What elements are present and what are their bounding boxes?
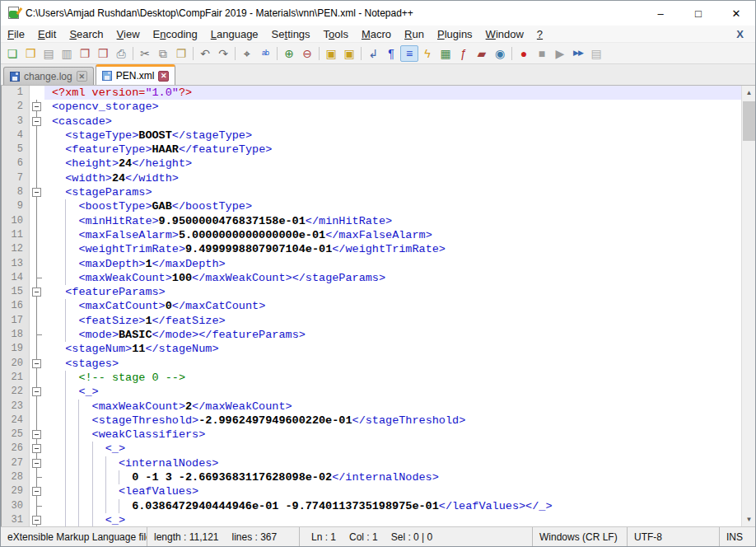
macro-stop-icon[interactable]: ■ <box>533 45 551 62</box>
code-line[interactable]: 5<featureType>HAAR</featureType> <box>2 143 741 157</box>
menu-search[interactable]: Search <box>63 26 110 42</box>
line-number[interactable]: 4 <box>2 129 30 143</box>
mdi-close-button[interactable]: X <box>733 28 747 40</box>
save-all-icon[interactable]: ▥ <box>58 45 76 62</box>
code-line[interactable]: 26<_> <box>2 442 741 456</box>
code-text[interactable]: 0 -1 3 -2.6693683117628098e-02</internal… <box>44 470 741 484</box>
new-file-icon[interactable]: ❏ <box>3 45 21 62</box>
code-line[interactable]: 16<maxCatCount>0</maxCatCount> <box>2 299 741 313</box>
menu-edit[interactable]: Edit <box>31 26 63 42</box>
status-cursor-position[interactable]: Ln : 1 Col : 1 Sel : 0 | 0 <box>300 527 533 546</box>
close-all-icon[interactable]: ❒ <box>94 45 112 62</box>
close-file-icon[interactable]: ❐ <box>76 45 94 62</box>
paste-icon[interactable]: ❐ <box>172 45 190 62</box>
code-text[interactable]: <!-- stage 0 --> <box>44 371 741 385</box>
fold-margin[interactable] <box>30 400 44 414</box>
undo-icon[interactable]: ↶ <box>196 45 214 62</box>
fold-margin[interactable] <box>30 157 44 171</box>
menu-help[interactable]: ? <box>530 26 549 42</box>
document-map-icon[interactable]: ▦ <box>436 45 455 62</box>
code-text[interactable]: <cascade> <box>44 115 741 129</box>
word-wrap-icon[interactable]: ↲ <box>364 45 382 62</box>
fold-margin[interactable] <box>30 357 44 371</box>
menu-language[interactable]: Language <box>204 26 265 42</box>
line-number[interactable]: 19 <box>2 342 30 356</box>
code-line[interactable]: 27<internalNodes> <box>2 456 741 470</box>
macro-save-icon[interactable]: ▤ <box>587 45 605 62</box>
line-number[interactable]: 20 <box>2 357 30 371</box>
code-text[interactable]: <stages> <box>44 357 741 371</box>
macro-run-multiple-icon[interactable]: ▶▶ <box>569 45 587 62</box>
scrollbar-thumb[interactable] <box>743 101 755 141</box>
fold-collapse-icon[interactable] <box>32 516 41 525</box>
status-eol-format[interactable]: Windows (CR LF) <box>533 527 628 546</box>
code-line[interactable]: 14<maxWeakCount>100</maxWeakCount></stag… <box>2 271 741 285</box>
fold-margin[interactable] <box>30 143 44 157</box>
fold-margin[interactable] <box>30 484 44 498</box>
code-text[interactable]: <maxCatCount>0</maxCatCount> <box>44 299 741 313</box>
fold-collapse-icon[interactable] <box>32 188 41 197</box>
code-line[interactable]: 280 -1 3 -2.6693683117628098e-02</intern… <box>2 470 741 484</box>
fold-collapse-icon[interactable] <box>32 459 41 468</box>
fold-margin[interactable] <box>30 199 44 213</box>
line-number[interactable]: 28 <box>2 470 30 484</box>
line-number[interactable]: 29 <box>2 484 30 498</box>
code-text[interactable]: <width>24</width> <box>44 171 741 185</box>
code-line[interactable]: 15<featureParams> <box>2 285 741 299</box>
maximize-button[interactable]: □ <box>679 1 717 26</box>
line-number[interactable]: 31 <box>2 513 30 526</box>
status-encoding[interactable]: UTF-8 <box>628 527 720 546</box>
fold-margin[interactable] <box>30 214 44 228</box>
code-line[interactable]: 19<stageNum>11</stageNum> <box>2 342 741 356</box>
close-button[interactable]: ✕ <box>717 1 755 26</box>
line-number[interactable]: 5 <box>2 143 30 157</box>
code-text[interactable]: <_> <box>44 385 741 399</box>
code-text[interactable]: <weakClassifiers> <box>44 428 741 442</box>
line-number[interactable]: 21 <box>2 371 30 385</box>
line-number[interactable]: 14 <box>2 271 30 285</box>
line-number[interactable]: 17 <box>2 314 30 328</box>
replace-icon[interactable]: ab <box>256 45 274 62</box>
function-list-icon[interactable]: ƒ <box>455 45 473 62</box>
line-number[interactable]: 10 <box>2 214 30 228</box>
code-text[interactable]: <_> <box>44 513 741 526</box>
show-indent-guide-icon[interactable]: ≡ <box>400 45 418 62</box>
user-define-dialog-icon[interactable]: ϟ <box>418 45 436 62</box>
fold-collapse-icon[interactable] <box>32 102 41 111</box>
code-line[interactable]: 25<weakClassifiers> <box>2 428 741 442</box>
code-line[interactable]: 306.0386472940444946e-01 -9.774011373519… <box>2 499 741 513</box>
menu-run[interactable]: Run <box>398 26 431 42</box>
zoom-out-icon[interactable]: ⊖ <box>298 45 316 62</box>
code-text[interactable]: <leafValues> <box>44 484 741 498</box>
code-text[interactable]: 6.0386472940444946e-01 -9.77401137351989… <box>44 499 741 513</box>
menu-plugins[interactable]: Plugins <box>431 26 479 42</box>
menu-settings[interactable]: Settings <box>265 26 317 42</box>
line-number[interactable]: 13 <box>2 257 30 271</box>
menu-macro[interactable]: Macro <box>355 26 398 42</box>
code-text[interactable]: <height>24</height> <box>44 157 741 171</box>
line-number[interactable]: 7 <box>2 171 30 185</box>
zoom-in-icon[interactable]: ⊕ <box>280 45 298 62</box>
code-line[interactable]: 11<maxFalseAlarm>5.0000000000000000e-01<… <box>2 228 741 242</box>
sync-vertical-scroll-icon[interactable]: ▣ <box>322 45 340 62</box>
copy-icon[interactable]: ⧉ <box>154 45 172 62</box>
menu-file[interactable]: File <box>1 26 31 42</box>
fold-margin[interactable] <box>30 371 44 385</box>
code-text[interactable]: <mode>BASIC</mode></featureParams> <box>44 328 741 342</box>
fold-margin[interactable] <box>30 228 44 242</box>
redo-icon[interactable]: ↷ <box>214 45 232 62</box>
code-text[interactable]: <featureParams> <box>44 285 741 299</box>
code-text[interactable]: <_> <box>44 442 741 456</box>
fold-margin[interactable] <box>30 513 44 526</box>
fold-margin[interactable] <box>30 271 44 285</box>
fold-margin[interactable] <box>30 385 44 399</box>
line-number[interactable]: 9 <box>2 199 30 213</box>
code-line[interactable]: 12<weightTrimRate>9.4999998807907104e-01… <box>2 242 741 256</box>
line-number[interactable]: 6 <box>2 157 30 171</box>
line-number[interactable]: 25 <box>2 428 30 442</box>
line-number[interactable]: 2 <box>2 100 30 114</box>
sync-horizontal-scroll-icon[interactable]: ▣ <box>340 45 358 62</box>
fold-margin[interactable] <box>30 299 44 313</box>
fold-margin[interactable] <box>30 129 44 143</box>
code-line[interactable]: 29<leafValues> <box>2 484 741 498</box>
